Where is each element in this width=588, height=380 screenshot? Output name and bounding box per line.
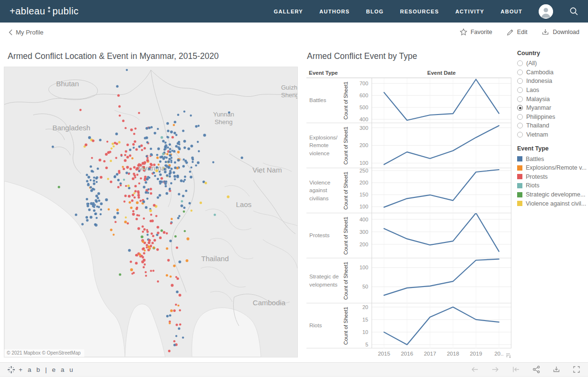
legend-title: Event Type: [517, 145, 587, 152]
svg-text:200: 200: [360, 242, 368, 247]
line-plot-violence-against-civilians[interactable]: 100150200250: [351, 168, 511, 213]
radio-country-myanmar[interactable]: Myanmar: [517, 104, 587, 113]
nav-menu: GALLERY AUTHORS BLOG RESOURCES ACTIVITY …: [274, 4, 578, 19]
redo-icon[interactable]: [491, 366, 499, 373]
row-label-protests: Protests: [306, 213, 341, 258]
svg-text:100: 100: [360, 160, 368, 166]
radio-country-malaysia[interactable]: Malaysia: [517, 94, 587, 104]
legend-item-protests[interactable]: Protests: [517, 173, 587, 182]
avatar[interactable]: [539, 4, 553, 19]
nav-item-activity[interactable]: ACTIVITY: [455, 9, 485, 14]
nav-item-blog[interactable]: BLOG: [366, 9, 384, 14]
svg-text:100: 100: [360, 204, 368, 209]
chart-panel: Event Type Event Date BattlesCount of Sh…: [306, 68, 511, 361]
svg-text:15: 15: [362, 317, 368, 322]
x-tick-2019: 2019: [470, 351, 482, 357]
workbook-actions: Favorite Edit Download: [460, 28, 579, 36]
radio-icon: [517, 69, 523, 75]
radio-country-thailand[interactable]: Thailand: [517, 121, 587, 130]
edit-label: Edit: [517, 29, 528, 35]
svg-text:600: 600: [360, 92, 368, 98]
row-label-riots: Riots: [306, 303, 341, 348]
svg-text:5: 5: [365, 342, 368, 347]
svg-text:50: 50: [362, 284, 368, 289]
legend-label: Violence against civil...: [526, 200, 586, 207]
tableau-logo[interactable]: + a b | e a u: [8, 366, 75, 373]
province-borders: [114, 110, 298, 302]
radio-label: Malaysia: [526, 96, 550, 103]
radio-country-philippines[interactable]: Philippines: [517, 113, 587, 122]
radio-country-cambodia[interactable]: Cambodia: [517, 68, 587, 77]
svg-text:500: 500: [360, 104, 368, 110]
legend-item-battles[interactable]: Battles: [517, 154, 587, 163]
tableau-public-logo[interactable]: +ableau public: [10, 6, 79, 17]
map-attribution[interactable]: © 2021 Mapbox © OpenStreetMap: [4, 349, 84, 357]
map-label-cambodia: Cambodia: [253, 299, 286, 307]
radio-country-all[interactable]: (All): [517, 59, 587, 68]
undo-icon[interactable]: [471, 366, 479, 373]
chart-column-headers: Event Type Event Date: [306, 68, 511, 78]
radio-country-laos[interactable]: Laos: [517, 86, 587, 95]
y-axis-title: Count of Sheet1: [341, 258, 351, 303]
legend-swatch-icon: [517, 156, 522, 161]
share-icon[interactable]: [532, 366, 540, 373]
svg-text:100: 100: [360, 265, 368, 270]
svg-text:20: 20: [362, 304, 368, 310]
chart-rows: BattlesCount of Sheet1400500600700Explos…: [306, 78, 511, 348]
nav-item-about[interactable]: ABOUT: [500, 9, 522, 14]
radio-selected-icon: [517, 105, 523, 111]
map-label-yunnan-sheng: YunnanSheng: [213, 111, 234, 126]
back-to-profile-link[interactable]: My Profile: [9, 29, 44, 36]
reset-icon[interactable]: [512, 366, 520, 373]
radio-country-indonesia[interactable]: Indonesia: [517, 77, 587, 86]
map-label-laos: Laos: [236, 200, 252, 208]
radio-icon: [517, 132, 523, 138]
line-plot-protests[interactable]: 200300400: [351, 213, 511, 258]
legend-item-strategic-developme[interactable]: Strategic developme...: [517, 190, 587, 199]
legend-swatch-icon: [517, 192, 522, 197]
search-icon[interactable]: [569, 7, 578, 16]
line-plot-battles[interactable]: 400500600700: [351, 78, 511, 123]
map-label-guizhou-sheng: GuizhouSheng: [281, 84, 298, 99]
favorite-label: Favorite: [471, 29, 492, 35]
radio-label: Vietnam: [526, 131, 548, 138]
map-canvas[interactable]: BhutanBangladeshMyanmarYunnanShengGuizho…: [4, 67, 298, 357]
row-label-battles: Battles: [306, 78, 341, 123]
nav-item-gallery[interactable]: GALLERY: [274, 9, 303, 14]
chevron-left-icon: [9, 29, 12, 35]
legend-swatch-icon: [517, 174, 522, 179]
legend-item-riots[interactable]: Riots: [517, 181, 587, 190]
download-icon[interactable]: [553, 366, 560, 373]
line-plot-riots[interactable]: 5101520: [351, 303, 511, 348]
y-axis-title: Count of Sheet1: [341, 303, 351, 348]
legend-item-violence-against-civil[interactable]: Violence against civil...: [517, 199, 587, 208]
radio-label: Philippines: [526, 114, 555, 120]
logo-text-left: +ableau: [10, 6, 45, 17]
event-type-header: Event Type: [306, 70, 372, 76]
tableau-wordmark: + a b | e a u: [19, 366, 75, 373]
svg-text:200: 200: [360, 142, 368, 148]
sub-header: My Profile Favorite Edit Download: [0, 23, 588, 42]
nav-item-resources[interactable]: RESOURCES: [400, 9, 439, 14]
edit-button[interactable]: Edit: [507, 29, 528, 36]
fullscreen-icon[interactable]: [573, 366, 580, 373]
legend-label: Riots: [526, 182, 539, 189]
legend-label: Battles: [526, 156, 544, 162]
radio-country-vietnam[interactable]: Vietnam: [517, 130, 587, 139]
chart-row-battles: BattlesCount of Sheet1400500600700: [306, 78, 511, 123]
favorite-button[interactable]: Favorite: [460, 28, 492, 36]
svg-text:300: 300: [360, 125, 368, 131]
line-plot-strategic-developments[interactable]: 50100: [351, 258, 511, 303]
pencil-icon: [507, 29, 514, 36]
top-navbar: +ableau public GALLERY AUTHORS BLOG RESO…: [0, 0, 588, 23]
download-button[interactable]: Download: [542, 29, 579, 36]
svg-text:300: 300: [360, 229, 368, 235]
legend-item-explosions-remote-v[interactable]: Explosions/Remote v...: [517, 163, 587, 173]
line-plot-explosions-remote-violence[interactable]: 100200300: [351, 123, 511, 168]
svg-text:700: 700: [360, 81, 368, 86]
nav-item-authors[interactable]: AUTHORS: [319, 9, 350, 14]
map-svg: BhutanBangladeshMyanmarYunnanShengGuizho…: [4, 67, 298, 357]
sort-icon[interactable]: [506, 352, 511, 360]
row-label-violence-against-civilians: Violenceagainstcivilians: [306, 168, 341, 213]
x-tick-2017: 2017: [424, 351, 436, 357]
